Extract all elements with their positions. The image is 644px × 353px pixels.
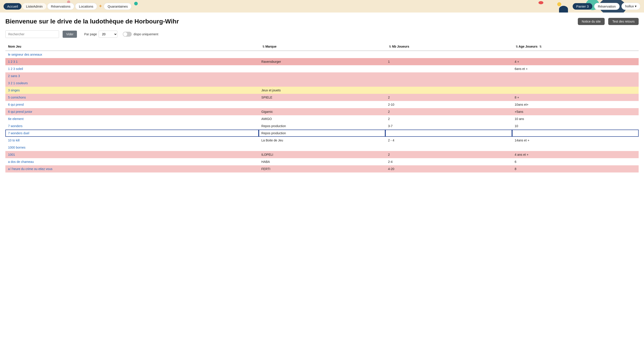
table-row: 7 wonders duelRepos production <box>5 130 639 137</box>
cell-nbjoueurs: 2 - 4 <box>385 137 512 144</box>
col-header-nom[interactable]: Nom Jeu <box>5 42 259 51</box>
cell-age: 4 + <box>512 58 639 65</box>
cell-nom[interactable]: a dos de chameau <box>5 158 259 165</box>
cell-nom[interactable]: le seigneur des anneaux <box>5 51 259 58</box>
cell-marque: Repos production <box>259 130 385 137</box>
cell-nom[interactable]: 3 2 1 couleurs <box>5 79 259 87</box>
nav-accueil[interactable]: Accueil <box>4 3 22 9</box>
cell-nbjoueurs: 3-7 <box>385 122 512 130</box>
cell-nbjoueurs <box>385 130 512 137</box>
cell-marque <box>259 144 385 151</box>
cell-marque <box>259 72 385 79</box>
cell-nbjoueurs: 2 <box>385 108 512 115</box>
cell-nom[interactable]: 3 singes <box>5 87 259 94</box>
cell-nom[interactable]: 1 2 3 1 <box>5 58 259 65</box>
nav-listeadmin[interactable]: ListeAdmin <box>22 3 46 9</box>
nav-star-icon: ✦ <box>98 3 102 9</box>
nav-quarantaines[interactable]: Quarantaines <box>104 3 132 10</box>
test-retours-button[interactable]: Test des retours <box>608 18 639 25</box>
cell-nbjoueurs: 2-10 <box>385 101 512 108</box>
cell-nom[interactable]: 2 sans 3 <box>5 72 259 79</box>
col-header-age[interactable]: ⇅ Age Joueurs ⇅ <box>512 42 639 51</box>
cell-age: 6ans et + <box>512 65 639 72</box>
table-row: 6 qui prend2-1010ans et+ <box>5 101 639 108</box>
nav-bar: Accueil ListeAdmin Réservations Location… <box>0 0 644 12</box>
cell-nom[interactable]: 6e element <box>5 115 259 122</box>
dispo-label: dispo uniquement <box>134 32 158 36</box>
table-row: 10 to killLa Boite de Jeu2 - 414ans et + <box>5 137 639 144</box>
col-header-nbjoueurs[interactable]: ⇅ Nb Joueurs <box>385 42 512 51</box>
cell-nbjoueurs <box>385 72 512 79</box>
cell-nom[interactable]: a l heure du crime ou etiez vous <box>5 165 259 172</box>
cell-marque <box>259 79 385 87</box>
sort-icon-age: ⇅ <box>516 45 518 48</box>
dispo-toggle-group: dispo uniquement <box>123 32 158 37</box>
cell-marque <box>259 101 385 108</box>
table-row: 1000 bornes <box>5 144 639 151</box>
cell-age: 14ans et + <box>512 137 639 144</box>
table-row: a l heure du crime ou etiez vousFERTI4-2… <box>5 165 639 172</box>
cell-age: 10ans et+ <box>512 101 639 108</box>
cell-marque <box>259 65 385 72</box>
cell-marque <box>259 51 385 58</box>
table-body: le seigneur des anneaux1 2 3 1Ravensburg… <box>5 51 639 172</box>
cell-age: 10 <box>512 122 639 130</box>
table-row: 7 wondersRepos production3-710 <box>5 122 639 130</box>
cell-nbjoueurs <box>385 65 512 72</box>
cell-nom[interactable]: 6 qui prend <box>5 101 259 108</box>
main-content: Bienvenue sur le drive de la ludothèque … <box>0 12 644 172</box>
cell-nbjoueurs: 2 <box>385 94 512 101</box>
table-row: 6e elementAMIGO210 ans <box>5 115 639 122</box>
per-page-label: Par page <box>84 32 97 36</box>
table-row: 1 2 3 soleil6ans et + <box>5 65 639 72</box>
cell-nom[interactable]: 1000 bornes <box>5 144 259 151</box>
vider-button[interactable]: Vider <box>62 31 77 38</box>
cell-nom[interactable]: 6 qui prend junior <box>5 108 259 115</box>
cell-nbjoueurs: 4-20 <box>385 165 512 172</box>
cell-marque: Ravensburger <box>259 58 385 65</box>
cell-age <box>512 144 639 151</box>
per-page-select[interactable]: 20 50 100 <box>98 31 118 38</box>
cell-age <box>512 51 639 58</box>
table-row: 1 2 3 1Ravensburger14 + <box>5 58 639 65</box>
cell-age <box>512 79 639 87</box>
sort-icon-nbjoueurs: ⇅ <box>389 45 391 48</box>
cell-nbjoueurs: 1 <box>385 58 512 65</box>
notice-button[interactable]: Notice du site <box>578 18 605 25</box>
cell-marque: La Boite de Jeu <box>259 137 385 144</box>
cell-nbjoueurs: 2 <box>385 151 512 158</box>
cell-age: 6 <box>512 158 639 165</box>
cell-marque: HABA <box>259 158 385 165</box>
nav-reservations[interactable]: Réservations <box>47 3 74 10</box>
cell-age: 4 ans et + <box>512 151 639 158</box>
panier-button[interactable]: Panier 3 <box>573 3 592 9</box>
cell-marque: ILOPELI <box>259 151 385 158</box>
cell-nom[interactable]: 1001 <box>5 151 259 158</box>
user-menu-button[interactable]: hollux ▾ <box>622 3 640 10</box>
cell-nbjoueurs <box>385 87 512 94</box>
search-input[interactable] <box>5 30 59 38</box>
cell-nom[interactable]: 7 wonders <box>5 122 259 130</box>
cell-nom[interactable]: 5 cornichons <box>5 94 259 101</box>
col-header-marque[interactable]: ⇅ Marque <box>259 42 385 51</box>
cell-marque: Gigamic <box>259 108 385 115</box>
cell-nbjoueurs <box>385 51 512 58</box>
cell-nbjoueurs: 2-4 <box>385 158 512 165</box>
reservation-button[interactable]: Réservation <box>594 3 620 10</box>
table-row: 3 2 1 couleurs <box>5 79 639 87</box>
cell-nbjoueurs: 2 <box>385 115 512 122</box>
nav-items: Accueil ListeAdmin Réservations Location… <box>4 3 573 10</box>
cell-age: 8 <box>512 165 639 172</box>
page-title: Bienvenue sur le drive de la ludothèque … <box>5 18 574 25</box>
cell-nbjoueurs <box>385 144 512 151</box>
cell-age: 10 ans <box>512 115 639 122</box>
table-row: 1001ILOPELI24 ans et + <box>5 151 639 158</box>
cell-nom[interactable]: 7 wonders duel <box>5 130 259 137</box>
cell-nom[interactable]: 10 to kill <box>5 137 259 144</box>
table-row: 2 sans 3 <box>5 72 639 79</box>
dispo-toggle[interactable] <box>123 32 132 37</box>
cell-age <box>512 130 639 137</box>
nav-locations[interactable]: Locations <box>75 3 97 10</box>
cell-nom[interactable]: 1 2 3 soleil <box>5 65 259 72</box>
sort-icon-marque: ⇅ <box>262 45 264 48</box>
